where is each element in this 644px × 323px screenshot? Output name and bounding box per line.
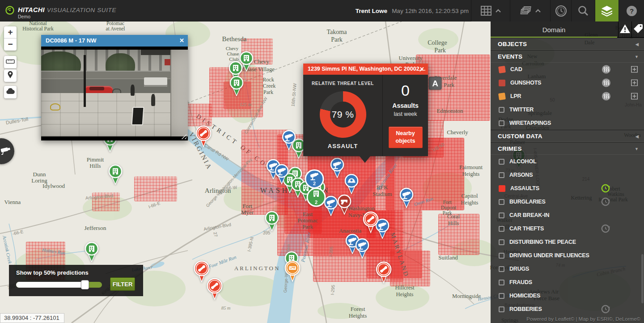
layer-row-disturbing-the-peace[interactable]: DISTURBING THE PEACE [491, 235, 644, 249]
checkbox[interactable] [499, 159, 504, 165]
cluster-camera-marker[interactable]: 2 [304, 169, 325, 189]
layer-row-twitter[interactable]: TWITTER [491, 103, 644, 116]
checkbox[interactable] [499, 120, 504, 126]
layer-row-lpr[interactable]: LPR [491, 89, 644, 103]
layer-label: CAR THEFTS [509, 225, 544, 232]
map-label: Creek [263, 83, 276, 89]
layer-row-arsons[interactable]: ARSONS [491, 168, 644, 182]
checkbox[interactable] [499, 266, 504, 272]
tab-domain[interactable]: Domain [491, 21, 617, 38]
pin-dome-marker[interactable] [344, 174, 359, 194]
help-button[interactable]: ? [619, 0, 644, 21]
prediction-clock-icon[interactable] [601, 197, 610, 206]
predictions-slider[interactable] [16, 282, 102, 288]
layer-label: LPR [510, 93, 521, 99]
threat-popup-header[interactable]: 1239 Simms Pl NE, Washington, DC 20002,.… [303, 64, 428, 75]
checkbox[interactable] [499, 212, 504, 218]
pages-button[interactable] [510, 0, 550, 21]
checkbox[interactable] [499, 172, 504, 178]
checkbox[interactable] [499, 253, 504, 259]
prediction-clock-icon[interactable] [601, 305, 610, 314]
map-label: Capitol [462, 193, 478, 200]
layer-swatch[interactable] [499, 80, 505, 86]
layer-swatch[interactable] [499, 185, 505, 192]
measure-button[interactable] [4, 56, 17, 68]
section-objects[interactable]: OBJECTS◀ [491, 38, 644, 50]
layer-row-car-break-in[interactable]: CAR BREAK-IN [491, 208, 644, 222]
layer-row-driving-under-influences[interactable]: DRIVING UNDER INFLUENCES [491, 249, 644, 262]
pin-camera-marker[interactable] [274, 164, 289, 184]
chevron-left-icon: ◀ [636, 38, 639, 51]
circle-lpr-marker[interactable]: LPR [284, 260, 301, 282]
place-marker-button[interactable] [4, 69, 17, 82]
heatmap-toggle-icon[interactable] [602, 65, 611, 74]
search-button[interactable] [571, 0, 595, 21]
layer-row-cad[interactable]: CAD [491, 63, 644, 76]
pin-camera-marker[interactable] [330, 157, 345, 178]
section-crimes[interactable]: CRIMES▼ [491, 142, 644, 155]
pin-building-marker[interactable] [264, 211, 280, 231]
map-label: Park [302, 223, 313, 230]
layer-row-robberies[interactable]: ROBBERIES [491, 302, 644, 316]
circle-phone-marker[interactable] [375, 261, 393, 284]
add-icon[interactable] [631, 93, 638, 100]
views-grid-button[interactable] [471, 0, 510, 21]
history-button[interactable] [550, 0, 571, 21]
tags-button[interactable] [631, 21, 644, 38]
zoom-out-button[interactable]: − [4, 38, 17, 51]
layer-row-drugs[interactable]: DRUGS [491, 262, 644, 276]
pin-camera-marker[interactable] [355, 238, 370, 259]
prediction-clock-icon[interactable] [601, 184, 610, 193]
circle-phone-marker[interactable] [362, 211, 380, 234]
pin-building-marker[interactable] [229, 76, 244, 96]
heatmap-toggle-icon[interactable] [602, 92, 611, 101]
layers-button[interactable] [595, 0, 619, 21]
checkbox[interactable] [499, 280, 504, 285]
close-icon[interactable]: ✕ [179, 35, 184, 47]
checkbox[interactable] [499, 239, 504, 245]
layer-swatch[interactable] [498, 93, 506, 100]
pin-camera-marker[interactable] [281, 130, 297, 150]
checkbox[interactable] [499, 306, 504, 312]
slider-thumb[interactable] [81, 280, 89, 289]
layer-row-burglaries[interactable]: BURGLARIES [491, 195, 644, 208]
section-custom-data[interactable]: CUSTOM DATA◀ [491, 130, 644, 142]
pin-building-marker[interactable] [108, 164, 123, 185]
nearby-objects-button[interactable]: Nearby objects [389, 127, 423, 148]
pin-building-marker[interactable] [84, 242, 99, 262]
user-block: Trent Lowe May 12th 2016, 12:20:53 pm [356, 0, 469, 21]
checkbox[interactable] [499, 107, 504, 113]
filter-button[interactable]: FILTER [110, 277, 135, 291]
circle-phone-marker[interactable] [195, 125, 212, 148]
checkbox[interactable] [499, 293, 504, 299]
layer-row-wiretappings[interactable]: WIRETAPPINGS [491, 116, 644, 130]
camera-feed-popup: DC0086 M - 17 NW ✕ [41, 35, 188, 140]
layer-row-gunshots[interactable]: GUNSHOTS [491, 76, 644, 89]
heatmap-toggle-icon[interactable] [602, 78, 611, 88]
cluster-building-marker[interactable]: 2 [306, 187, 326, 208]
pin-icon [7, 71, 13, 81]
zoom-in-button[interactable]: + [4, 26, 17, 38]
add-icon[interactable] [631, 80, 638, 86]
pin-gun-marker[interactable] [337, 194, 352, 215]
cloud-layers-button[interactable] [4, 86, 17, 98]
add-icon[interactable] [631, 66, 638, 73]
checkbox[interactable] [499, 226, 504, 232]
layer-row-assaults[interactable]: ASSAULTS [491, 182, 644, 195]
prediction-clock-icon[interactable] [601, 224, 610, 233]
section-events[interactable]: EVENTS▼ [491, 50, 644, 63]
layer-row-frauds[interactable]: FRAUDS [491, 276, 644, 289]
sidebar-scrollbar[interactable] [641, 254, 644, 303]
layer-row-car-thefts[interactable]: CAR THEFTS [491, 222, 644, 235]
map-label: Chevy [254, 58, 269, 65]
pin-camera-marker[interactable] [399, 187, 414, 208]
checkbox[interactable] [499, 199, 504, 205]
circle-phone-marker[interactable] [206, 278, 224, 300]
layer-row-homicides[interactable]: HOMICIDES [491, 289, 644, 302]
close-icon[interactable]: ✕ [419, 64, 424, 75]
layer-swatch[interactable] [498, 66, 506, 73]
box-a-marker[interactable]: A [428, 76, 442, 90]
alerts-button[interactable] [618, 21, 631, 38]
camera-popup-header[interactable]: DC0086 M - 17 NW ✕ [41, 35, 188, 47]
layer-row-alcohol[interactable]: ALCOHOL [491, 155, 644, 168]
